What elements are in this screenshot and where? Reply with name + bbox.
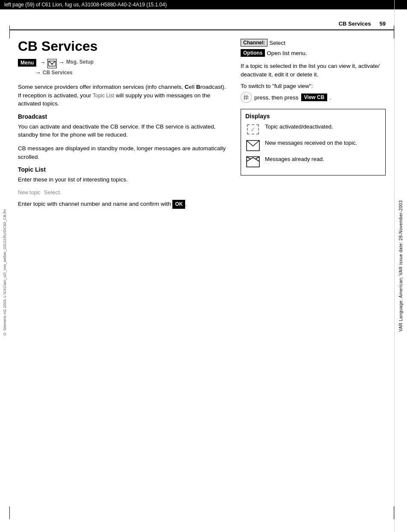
svg-line-2 <box>244 95 245 100</box>
confirm-text-part1: Enter topic with channel number and name… <box>18 201 171 207</box>
channel-line: Channel: Select <box>241 39 386 47</box>
header-text: left page (59) of C61 Lion, fug us, A310… <box>4 2 167 8</box>
press-text: press, then press <box>254 94 299 101</box>
svg-line-3 <box>247 95 247 100</box>
checkbox-dashed-icon <box>245 123 261 136</box>
options-label: Options <box>241 49 265 57</box>
displays-heading: Displays <box>245 113 381 120</box>
nav-arrow-3: → <box>35 69 41 76</box>
right-sidebar: VAR Language: American; VAR issue date: … <box>394 0 407 532</box>
page-number: 59 <box>380 20 386 27</box>
bold-cell: C <box>185 84 189 90</box>
nav-arrow-1: → <box>40 59 46 66</box>
nav-line2: → CB Services <box>33 69 228 76</box>
display-row-3: Messages already read. <box>245 155 381 168</box>
left-sidebar-text: © Siemens AG 2003, L:\C61\am_v2\_von_web… <box>3 209 7 336</box>
view-cb-button: View CB <box>301 94 328 101</box>
options-action: Open list menu. <box>267 50 307 56</box>
right-info-text: If a topic is selected in the list you c… <box>241 62 386 79</box>
confirm-text: Enter topic with channel number and name… <box>18 200 228 209</box>
nav-path: Menu → @ → Msg. Setup → CB Services <box>18 59 228 76</box>
nav-msg-icon: @ <box>47 59 57 68</box>
top-header: left page (59) of C61 Lion, fug us, A310… <box>0 0 407 9</box>
broadcast-heading: Broadcast <box>18 113 228 120</box>
page-header: CB Services 59 <box>9 13 394 30</box>
display-row-1: Topic activated/deactivated. <box>245 123 381 136</box>
envelope-open-icon <box>245 155 261 168</box>
switch-text: To switch to "full page view": <box>241 83 386 89</box>
period: . <box>330 94 331 101</box>
topic-list-heading: Topic List <box>18 166 228 173</box>
display-text-2: New messages received on the topic. <box>265 139 357 147</box>
page-header-title: CB Services <box>339 20 371 27</box>
page-title: CB Services <box>18 39 228 54</box>
broadcast-text1: You can activate and deactivate the CB s… <box>18 123 228 139</box>
main-content: CB Services 59 CB Services Menu → @ <box>9 13 394 532</box>
display-text-1: Topic activated/deactivated. <box>265 123 333 131</box>
ok-button: OK <box>172 200 185 209</box>
displays-box: Displays Topic activated/deactivated. <box>241 109 386 175</box>
two-column-layout: CB Services Menu → @ → Msg. Setup → <box>9 30 394 214</box>
hash-icon <box>241 92 252 103</box>
right-column: Channel: Select Options Open list menu. … <box>241 39 386 214</box>
new-topic-action: Select. <box>44 189 61 196</box>
right-sidebar-text: VAR Language: American; VAR issue date: … <box>398 200 403 332</box>
topic-list-text: Enter these in your list of interesting … <box>18 175 228 184</box>
intro-paragraph: Some service providers offer infor­matio… <box>18 83 228 108</box>
channel-action: Select <box>269 40 285 46</box>
display-row-2: New messages received on the topic. <box>245 139 381 152</box>
nav-msg-setup: Msg. Setup <box>66 59 93 65</box>
menu-button-label: Menu <box>18 59 36 67</box>
left-sidebar: © Siemens AG 2003, L:\C61\am_v2\_von_web… <box>0 13 9 532</box>
nav-arrow-2: → <box>58 59 64 66</box>
new-topic-label: New topic <box>18 190 41 196</box>
envelope-icon <box>245 139 261 152</box>
svg-text:@: @ <box>51 63 53 65</box>
display-text-3: Messages already read. <box>265 155 324 163</box>
view-cb-line: press, then press View CB . <box>241 92 386 103</box>
channel-label: Channel: <box>241 39 267 47</box>
new-topic-line: New topic Select. <box>18 189 228 196</box>
nav-cb-services: CB Services <box>43 70 73 76</box>
topic-list-highlight: Topic List <box>93 93 114 99</box>
left-column: CB Services Menu → @ → Msg. Setup → <box>18 39 228 214</box>
options-line: Options Open list menu. <box>241 49 386 57</box>
broadcast-text2: CB messages are displayed in standby mod… <box>18 144 228 161</box>
bold-broadcast: B <box>196 84 201 90</box>
